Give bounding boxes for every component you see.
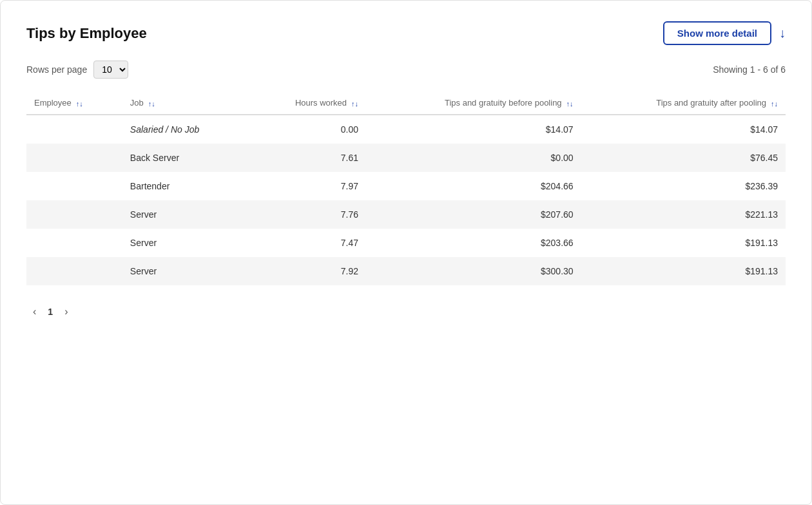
toolbar: Rows per page 10 25 50 Showing 1 - 6 of … — [26, 61, 786, 79]
cell-tips-after: $14.07 — [581, 115, 786, 144]
col-header-tips-after: Tips and gratuity after pooling ↑↓ — [581, 91, 786, 115]
cell-hours-worked: 7.92 — [249, 257, 366, 285]
cell-job: Server — [122, 229, 249, 257]
pagination: ‹ 1 › — [26, 303, 786, 320]
cell-tips-after: $236.39 — [581, 172, 786, 200]
cell-job: Server — [122, 257, 249, 285]
cell-tips-after: $221.13 — [581, 200, 786, 229]
col-label-hours: Hours worked — [295, 98, 347, 108]
table-body: Salaried / No Job0.00$14.07$14.07Back Se… — [26, 115, 786, 285]
cell-employee — [26, 144, 122, 172]
table-header-row: Employee ↑↓ Job ↑↓ Hours worked ↑↓ — [26, 91, 786, 115]
current-page: 1 — [48, 307, 53, 317]
cell-job: Server — [122, 200, 249, 229]
cell-tips-before: $203.66 — [366, 229, 581, 257]
cell-tips-before: $14.07 — [366, 115, 581, 144]
cell-tips-after: $76.45 — [581, 144, 786, 172]
download-icon[interactable]: ↓ — [779, 26, 786, 41]
page-title: Tips by Employee — [26, 25, 147, 42]
show-more-detail-button[interactable]: Show more detail — [663, 21, 771, 45]
cell-tips-before: $204.66 — [366, 172, 581, 200]
cell-hours-worked: 7.97 — [249, 172, 366, 200]
cell-employee — [26, 172, 122, 200]
sort-icon-tips-before[interactable]: ↑↓ — [566, 100, 574, 108]
cell-tips-before: $300.30 — [366, 257, 581, 285]
rows-per-page-label: Rows per page — [26, 64, 87, 75]
col-label-tips-after: Tips and gratuity after pooling — [656, 98, 766, 108]
showing-text: Showing 1 - 6 of 6 — [713, 64, 786, 75]
table-row: Server7.76$207.60$221.13 — [26, 200, 786, 229]
table-row: Back Server7.61$0.00$76.45 — [26, 144, 786, 172]
cell-tips-after: $191.13 — [581, 229, 786, 257]
rows-per-page-control: Rows per page 10 25 50 — [26, 61, 128, 79]
cell-employee — [26, 229, 122, 257]
col-header-tips-before: Tips and gratuity before pooling ↑↓ — [366, 91, 581, 115]
cell-hours-worked: 0.00 — [249, 115, 366, 144]
sort-icon-hours[interactable]: ↑↓ — [351, 100, 358, 108]
col-header-job: Job ↑↓ — [122, 91, 249, 115]
rows-per-page-select[interactable]: 10 25 50 — [93, 61, 128, 79]
prev-page-button[interactable]: ‹ — [29, 303, 40, 320]
cell-employee — [26, 115, 122, 144]
col-header-hours: Hours worked ↑↓ — [249, 91, 366, 115]
next-page-button[interactable]: › — [61, 303, 72, 320]
cell-hours-worked: 7.61 — [249, 144, 366, 172]
sort-icon-employee[interactable]: ↑↓ — [76, 100, 83, 108]
cell-hours-worked: 7.76 — [249, 200, 366, 229]
cell-job: Bartender — [122, 172, 249, 200]
cell-job: Salaried / No Job — [122, 115, 249, 144]
col-label-employee: Employee — [34, 98, 72, 108]
table-row: Bartender7.97$204.66$236.39 — [26, 172, 786, 200]
table-row: Server7.47$203.66$191.13 — [26, 229, 786, 257]
header: Tips by Employee Show more detail ↓ — [26, 21, 786, 45]
table-row: Server7.92$300.30$191.13 — [26, 257, 786, 285]
header-actions: Show more detail ↓ — [663, 21, 786, 45]
cell-tips-before: $207.60 — [366, 200, 581, 229]
cell-tips-after: $191.13 — [581, 257, 786, 285]
cell-employee — [26, 257, 122, 285]
sort-icon-job[interactable]: ↑↓ — [148, 100, 155, 108]
table-row: Salaried / No Job0.00$14.07$14.07 — [26, 115, 786, 144]
data-table: Employee ↑↓ Job ↑↓ Hours worked ↑↓ — [26, 91, 786, 285]
col-header-employee: Employee ↑↓ — [26, 91, 122, 115]
sort-icon-tips-after[interactable]: ↑↓ — [771, 100, 778, 108]
main-container: Tips by Employee Show more detail ↓ Rows… — [0, 0, 812, 505]
cell-employee — [26, 200, 122, 229]
col-label-job: Job — [130, 98, 144, 108]
cell-hours-worked: 7.47 — [249, 229, 366, 257]
cell-tips-before: $0.00 — [366, 144, 581, 172]
cell-job: Back Server — [122, 144, 249, 172]
col-label-tips-before: Tips and gratuity before pooling — [445, 98, 562, 108]
